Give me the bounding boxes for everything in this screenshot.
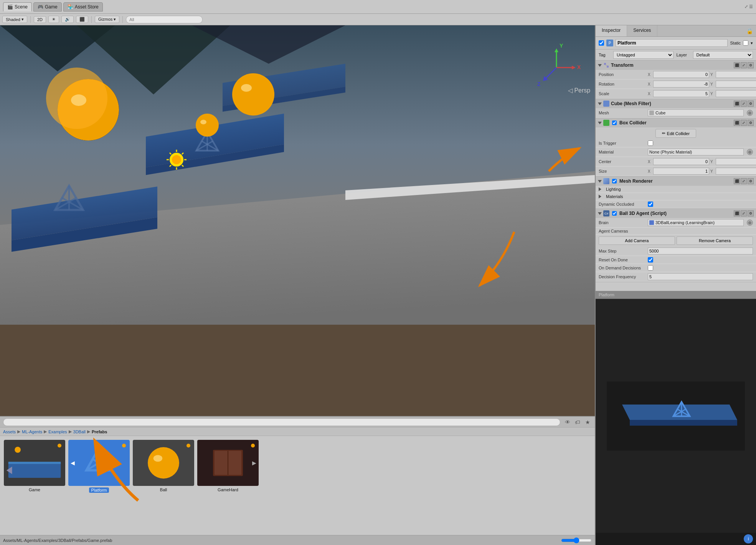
static-dropdown-icon[interactable]: ▾ bbox=[751, 41, 753, 46]
asset-store-tab-icon: 🏪 bbox=[68, 4, 73, 10]
ball-agent-actions: ⬛ ⤢ ⚙ bbox=[734, 210, 754, 216]
pos-x-input[interactable] bbox=[653, 71, 709, 78]
on-demand-checkbox[interactable] bbox=[648, 265, 653, 271]
scene-svg: Y X Z ◁ Persp bbox=[0, 25, 595, 325]
transform-header[interactable]: Transform ⬛ ⤢ ⚙ bbox=[596, 61, 756, 70]
mesh-renderer-enabled-checkbox[interactable] bbox=[612, 179, 617, 183]
is-trigger-checkbox[interactable] bbox=[648, 140, 653, 146]
scale-xyz: X Y Z bbox=[648, 90, 756, 97]
breadcrumb-3dball[interactable]: 3DBall bbox=[73, 429, 86, 434]
max-step-input[interactable] bbox=[648, 248, 753, 254]
static-checkbox[interactable] bbox=[743, 40, 748, 46]
tag-icon[interactable]: 🏷 bbox=[573, 418, 582, 426]
reset-on-done-checkbox[interactable] bbox=[648, 257, 653, 263]
center-y-input[interactable] bbox=[716, 158, 756, 165]
mesh-filter-gear-icon[interactable]: ⚙ bbox=[748, 101, 754, 107]
box-collider-gear-icon[interactable]: ⚙ bbox=[748, 120, 754, 126]
ball-agent-header[interactable]: C# Ball 3D Agent (Script) ⬛ ⤢ ⚙ bbox=[596, 209, 756, 218]
collider-material-select-btn[interactable]: ◎ bbox=[747, 149, 753, 155]
remove-camera-button[interactable]: Remove Camera bbox=[677, 236, 753, 245]
brain-select-btn[interactable]: ◎ bbox=[747, 220, 753, 226]
ball-agent-expand-icon[interactable]: ⤢ bbox=[741, 210, 747, 216]
ball-agent-settings-icon[interactable]: ⬛ bbox=[734, 210, 740, 216]
size-x-input[interactable] bbox=[653, 168, 709, 175]
size-y-input[interactable] bbox=[716, 168, 756, 175]
layer-select[interactable]: Default bbox=[693, 51, 753, 59]
tab-inspector[interactable]: Inspector bbox=[596, 25, 627, 36]
tab-scene[interactable]: 🎬 Scene bbox=[3, 2, 32, 12]
mesh-value-field: Cube bbox=[648, 109, 744, 116]
mesh-select-btn[interactable]: ◎ bbox=[747, 110, 753, 116]
collider-material-field: None (Physic Material) bbox=[648, 149, 744, 155]
center-x-input[interactable] bbox=[653, 158, 709, 165]
materials-row[interactable]: Materials bbox=[596, 193, 756, 200]
tab-game[interactable]: 🎮 Game bbox=[33, 2, 62, 12]
tag-select[interactable]: Untagged bbox=[613, 51, 673, 59]
transform-component: Transform ⬛ ⤢ ⚙ Position X bbox=[596, 61, 756, 99]
lock-icon[interactable]: 🔒 bbox=[746, 28, 753, 34]
scene-search-input[interactable] bbox=[126, 16, 203, 23]
menu-icon[interactable]: ☰ bbox=[749, 4, 753, 9]
rot-x-input[interactable] bbox=[653, 81, 709, 88]
eye-icon[interactable]: 👁 bbox=[563, 418, 572, 426]
ball-agent-gear-icon[interactable]: ⚙ bbox=[748, 210, 754, 216]
gizmos-dropdown[interactable]: Gizmos ▾ bbox=[95, 16, 119, 23]
asset-label-ball: Ball bbox=[160, 487, 167, 492]
mesh-filter-expand-icon[interactable]: ⤢ bbox=[741, 101, 747, 107]
tab-bar: 🎬 Scene 🎮 Game 🏪 Asset Store ⤢ ☰ bbox=[0, 0, 756, 14]
mesh-filter-header[interactable]: Cube (Mesh Filter) ⬛ ⤢ ⚙ bbox=[596, 99, 756, 108]
transform-gear-icon[interactable]: ⚙ bbox=[748, 62, 754, 68]
box-collider-collapse-icon bbox=[598, 122, 602, 124]
mesh-renderer-settings-icon[interactable]: ⬛ bbox=[734, 178, 740, 184]
asset-item-gamehard[interactable]: ▶ GameHard bbox=[197, 440, 259, 493]
mesh-renderer-header[interactable]: Mesh Renderer ⬛ ⤢ ⚙ bbox=[596, 177, 756, 186]
rot-y-input[interactable] bbox=[716, 81, 756, 88]
mesh-filter-settings-icon[interactable]: ⬛ bbox=[734, 101, 740, 107]
breadcrumb-examples[interactable]: Examples bbox=[48, 429, 67, 434]
mesh-renderer-expand-icon[interactable]: ⤢ bbox=[741, 178, 747, 184]
pos-y-input[interactable] bbox=[716, 71, 756, 78]
mesh-renderer-gear-icon[interactable]: ⚙ bbox=[748, 178, 754, 184]
shaded-dropdown[interactable]: Shaded ▾ bbox=[2, 16, 27, 23]
tab-services[interactable]: Services bbox=[627, 25, 657, 36]
audio-button[interactable]: 🔊 bbox=[61, 16, 74, 23]
svg-point-26 bbox=[196, 114, 219, 137]
tab-asset-store[interactable]: 🏪 Asset Store bbox=[63, 2, 103, 12]
scale-x-input[interactable] bbox=[653, 90, 709, 97]
lighting-button[interactable]: ☀ bbox=[48, 16, 59, 23]
scale-y-input[interactable] bbox=[716, 90, 756, 97]
lighting-row[interactable]: Lighting bbox=[596, 186, 756, 193]
agent-cameras-row: Agent Cameras bbox=[596, 228, 756, 235]
ball-agent-enabled-checkbox[interactable] bbox=[612, 211, 617, 216]
svg-point-62 bbox=[154, 455, 162, 462]
decision-freq-input[interactable] bbox=[648, 273, 753, 280]
box-collider-enabled-checkbox[interactable] bbox=[612, 121, 617, 125]
scene-viewport[interactable]: Y X Z ◁ Persp bbox=[0, 25, 595, 416]
box-collider-header[interactable]: Box Collider ⬛ ⤢ ⚙ bbox=[596, 118, 756, 127]
transform-settings-icon[interactable]: ⬛ bbox=[734, 62, 740, 68]
main-layout: Y X Z ◁ Persp bbox=[0, 25, 756, 545]
fx-button[interactable]: ⬛ bbox=[76, 16, 88, 23]
asset-item-game[interactable]: Game bbox=[4, 440, 65, 493]
object-name-input[interactable] bbox=[616, 39, 728, 47]
edit-collider-button[interactable]: ✏ Edit Collider bbox=[655, 129, 696, 138]
asset-item-ball[interactable]: Ball bbox=[133, 440, 194, 493]
breadcrumb-assets[interactable]: Assets bbox=[3, 429, 16, 434]
asset-grid: Game bbox=[0, 436, 595, 497]
asset-search-input[interactable] bbox=[3, 418, 560, 426]
dynamic-occluded-checkbox[interactable] bbox=[648, 201, 653, 207]
2d-button[interactable]: 2D bbox=[34, 16, 46, 23]
maximize-icon[interactable]: ⤢ bbox=[744, 4, 748, 9]
transform-expand-icon[interactable]: ⤢ bbox=[741, 62, 747, 68]
decision-freq-label: Decision Frequency bbox=[599, 274, 645, 279]
asset-item-platform[interactable]: ◀ Platform bbox=[68, 440, 130, 493]
zoom-slider[interactable] bbox=[561, 537, 592, 543]
star-icon[interactable]: ★ bbox=[583, 418, 592, 426]
add-camera-button[interactable]: Add Camera bbox=[599, 236, 675, 245]
box-collider-settings-icon[interactable]: ⬛ bbox=[734, 120, 740, 126]
object-active-checkbox[interactable] bbox=[599, 40, 604, 46]
breadcrumb-ml-agents[interactable]: ML-Agents bbox=[22, 429, 42, 434]
box-collider-expand-icon[interactable]: ⤢ bbox=[741, 120, 747, 126]
breadcrumb: Assets ▶ ML-Agents ▶ Examples ▶ 3DBall ▶… bbox=[0, 428, 595, 436]
preview-info-icon[interactable]: i bbox=[744, 534, 753, 543]
